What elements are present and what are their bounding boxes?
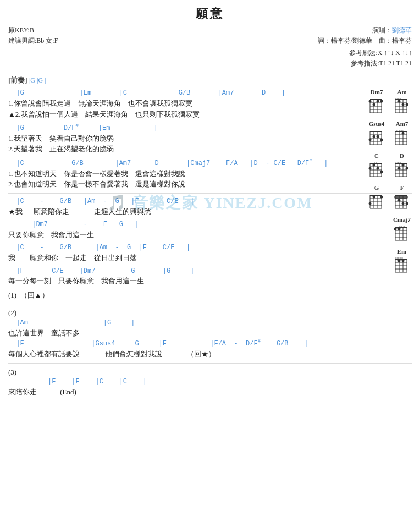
- gsus4-label: Gsus4: [369, 120, 385, 127]
- svg-point-49: [402, 132, 405, 135]
- diagram-pair-5: Cmaj7 o o o: [335, 216, 412, 244]
- dm7-label: Dm7: [371, 89, 383, 95]
- section2-label: (2): [8, 307, 412, 318]
- meta-row: 原KEY:B 建議男調:Bb 女:F 演唱：劉德華 詞：楊李芬/劉德華 曲：楊李…: [8, 25, 412, 46]
- svg-rect-93: [394, 196, 408, 199]
- svg-point-74: [398, 167, 401, 170]
- svg-point-23: [398, 100, 401, 103]
- section2-chord2: |F |Gsus4 G |F |F/A - D/F# G/B |: [8, 338, 412, 349]
- diagram-g: G: [367, 184, 386, 212]
- svg-point-88: [380, 196, 383, 199]
- diagram-em: Em o o o o: [392, 248, 412, 276]
- svg-point-10: [373, 103, 375, 106]
- section3-chord1: |F |F |C |C |: [8, 377, 412, 387]
- page-container: 願意 原KEY:B 建議男調:Bb 女:F 演唱：劉德華 詞：楊李芬/劉德華 曲…: [0, 0, 420, 406]
- svg-point-124: [398, 260, 401, 262]
- diagram-cmaj7: Cmaj7 o o o: [392, 216, 412, 244]
- c-label: C: [374, 152, 379, 159]
- svg-point-60: [369, 167, 372, 170]
- section2-chord1: |Am |G |: [8, 318, 412, 328]
- am7-label: Am7: [396, 120, 408, 127]
- diagram-am7: Am7 o o o o: [392, 120, 412, 148]
- svg-point-11: [377, 100, 379, 103]
- svg-point-62: [377, 167, 379, 170]
- svg-point-63: [380, 170, 383, 173]
- svg-point-24: [402, 103, 405, 106]
- diagram-am: Am o o o: [392, 89, 412, 116]
- svg-point-100: [402, 202, 405, 205]
- svg-point-75: [402, 164, 405, 167]
- svg-point-25: [406, 103, 408, 106]
- diagram-dm7: Dm7: [367, 89, 386, 116]
- svg-point-87: [373, 196, 375, 199]
- ref-fingering: 參考指法:T1 21 T1 21: [8, 59, 412, 68]
- diagram-d: D x x o: [392, 152, 412, 180]
- diagram-pair-3: C o o: [335, 152, 412, 180]
- section2: (2) |Am |G | 也許這世界 童話不多 |F |Gsus4 G |F |…: [8, 307, 412, 359]
- key-label: 原KEY:B: [8, 25, 58, 36]
- meta-right: 演唱：劉德華 詞：楊李芬/劉德華 曲：楊李芬: [318, 25, 412, 46]
- svg-point-35: [369, 139, 372, 141]
- d-label: D: [400, 152, 404, 159]
- svg-point-112: [394, 228, 397, 230]
- svg-point-76: [406, 167, 408, 170]
- section3-lyrics1: 來陪你走 (End): [8, 387, 412, 398]
- svg-point-12: [380, 100, 383, 103]
- svg-point-38: [380, 139, 383, 141]
- repeat-label: (1) （回▲）: [8, 290, 412, 301]
- svg-point-113: [398, 228, 401, 230]
- chord-diagrams: Dm7: [335, 89, 412, 276]
- diagram-pair-1: Dm7: [335, 89, 412, 116]
- credits-label: 詞：楊李芬/劉德華 曲：楊李芬: [318, 36, 412, 46]
- chorus4-lyrics1: 每一分每一刻 只要你願意 我會用這一生: [8, 276, 412, 287]
- svg-point-86: [369, 202, 372, 205]
- svg-point-101: [406, 202, 408, 205]
- song-title: 願意: [8, 6, 412, 22]
- em-label: Em: [397, 248, 407, 255]
- diagram-f: F: [392, 184, 412, 212]
- diagram-pair-2: Gsus4: [335, 120, 412, 148]
- repeat-section: (1) （回▲）: [8, 290, 412, 301]
- diagram-c: C o o: [367, 152, 386, 180]
- meta-left: 原KEY:B 建議男調:Bb 女:F: [8, 25, 58, 46]
- diagram-gsus4: Gsus4: [367, 120, 386, 148]
- svg-point-37: [377, 135, 379, 138]
- section2-lyrics1: 也許這世界 童話不多: [8, 328, 412, 339]
- suggestion-label: 建議男調:Bb 女:F: [8, 36, 58, 46]
- g-label: G: [374, 184, 379, 191]
- prelude-section: [前奏] |G |G |: [8, 75, 412, 85]
- svg-point-99: [398, 199, 401, 202]
- performer-label: 演唱：劉德華: [318, 25, 412, 36]
- f-label: F: [400, 184, 404, 191]
- cmaj7-label: Cmaj7: [393, 216, 411, 223]
- svg-point-9: [369, 100, 372, 103]
- section3-label: (3): [8, 367, 412, 378]
- section3: (3) |F |F |C |C | 來陪你走 (End): [8, 367, 412, 398]
- svg-point-36: [373, 135, 375, 138]
- am-label: Am: [397, 89, 406, 95]
- diagram-pair-4: G: [335, 184, 412, 212]
- svg-point-61: [373, 164, 375, 167]
- prelude-chords: |G |G |: [29, 76, 46, 84]
- main-content: |G |Em |C G/B |Am7 D | 1.你曾說會陪我走過 無論天涯海角…: [8, 89, 412, 397]
- section2-lyrics2: 每個人心裡都有話要說 他們會怎樣對我說 （回★）: [8, 349, 412, 360]
- prelude-label: [前奏]: [8, 76, 29, 84]
- ref-strumming: 參考刷法:X ↑↑↓ X ↑↓↑: [8, 48, 412, 58]
- diagram-pair-6: Em o o o o: [335, 248, 412, 276]
- svg-point-125: [402, 260, 405, 262]
